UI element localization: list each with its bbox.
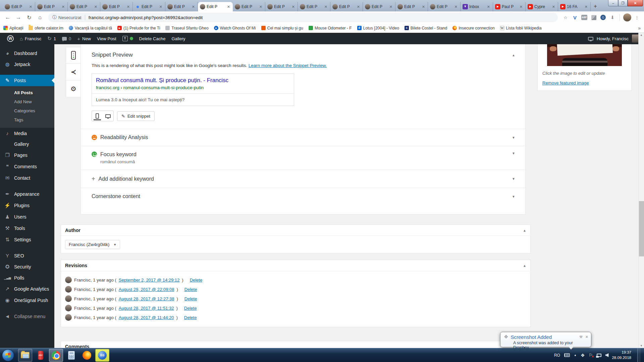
collapse-caret[interactable]: ▲ <box>523 229 526 232</box>
dropbox-tray-icon[interactable]: ❖ <box>581 353 585 358</box>
extension-v-icon[interactable]: V <box>571 14 579 21</box>
tab-close-icon[interactable]: ✕ <box>226 5 231 9</box>
browser-tab[interactable]: Edit P✕ <box>100 2 133 11</box>
info-icon[interactable]: ⓘ <box>52 14 57 20</box>
bookmark-item[interactable]: Traseul Sfantu Gheo <box>165 26 208 31</box>
sidebar-item-plugins[interactable]: ⚡Plugins <box>0 200 54 211</box>
browser-tab[interactable]: Edit P✕ <box>198 2 233 11</box>
sidebar-item-media[interactable]: ♪Media <box>0 128 54 139</box>
bookmark-star-icon[interactable]: ☆ <box>562 14 569 21</box>
browser-tab[interactable]: Edit P✕ <box>68 2 100 11</box>
browser-tab[interactable]: Edit P✕ <box>233 2 265 11</box>
extension-square-icon[interactable] <box>591 15 596 20</box>
bookmark-item[interactable]: WLista fobii Wikipedia <box>500 26 542 31</box>
cornerstone-row[interactable]: Cornerstone content ▼ <box>81 188 525 205</box>
tab-close-icon[interactable]: ✕ <box>486 5 491 9</box>
address-bar[interactable]: ⓘ Nesecurizat francisc.org/wp-admin/post… <box>48 13 558 22</box>
maximize-button[interactable]: ❐ <box>618 0 628 6</box>
sidebar-item-pages[interactable]: ❐Pages <box>0 149 54 161</box>
tab-close-icon[interactable]: ✕ <box>324 5 328 9</box>
url-text[interactable]: francisc.org/wp-admin/post.php?post=3699… <box>89 15 203 20</box>
revision-delete-link[interactable]: Delete <box>184 296 197 301</box>
sidebar-item-gallery[interactable]: Gallery <box>0 139 54 149</box>
yoast-menu[interactable]: Y <box>119 33 136 44</box>
submenu-item-categories[interactable]: Categories <box>0 106 54 115</box>
bookmark-item[interactable]: Vacanță la capătul tă <box>69 26 112 31</box>
show-desktop-button[interactable] <box>637 348 641 362</box>
bookmark-item[interactable]: Mouse Odometer - F <box>309 26 352 31</box>
revision-date-link[interactable]: September 2, 2017 @ 14:29:12 <box>119 278 180 283</box>
desktop-preview-button[interactable] <box>103 111 113 121</box>
start-button[interactable] <box>2 349 14 361</box>
site-name[interactable]: ⌂Francisc <box>17 33 44 44</box>
sidebar-item-posts[interactable]: ✎Posts <box>0 75 54 86</box>
revision-delete-link[interactable]: Delete <box>184 315 197 320</box>
sidebar-item-appearance[interactable]: ✒Appearance <box>0 188 54 200</box>
bookmark-item[interactable]: BBilete Costel - Stand <box>405 26 447 31</box>
tab-close-icon[interactable]: ✕ <box>159 5 163 9</box>
tab-close-icon[interactable]: ✕ <box>519 5 523 9</box>
taskbar-bsplayer[interactable]: BS <box>95 349 109 362</box>
browser-tab[interactable]: Edit P✕ <box>330 2 363 11</box>
remove-featured-image-link[interactable]: Remove featured image <box>542 80 589 85</box>
sidebar-item-google-analytics[interactable]: ↗Google Analytics <box>0 283 54 295</box>
delete-cache-link[interactable]: Delete Cache <box>136 33 169 44</box>
notification-settings-icon[interactable]: ⚒ <box>579 335 583 339</box>
view-post-link[interactable]: View Post <box>94 33 119 44</box>
tab-close-icon[interactable]: ✕ <box>584 5 588 9</box>
submenu-item-add-new[interactable]: Add New <box>0 97 54 106</box>
language-indicator[interactable]: RO <box>554 353 560 358</box>
submenu-item-all-posts[interactable]: All Posts <box>0 88 54 97</box>
tab-close-icon[interactable]: ✕ <box>126 5 130 9</box>
browser-tab[interactable]: Edit P✕ <box>35 2 68 11</box>
taskbar-firefox[interactable] <box>80 349 94 362</box>
browser-tab[interactable]: Edit P✕ <box>428 2 461 11</box>
browser-tab[interactable]: Edit P✕ <box>395 2 428 11</box>
snippet-title[interactable]: Românul consumă mult. Și produce puțin. … <box>96 77 290 84</box>
yoast-social-tab[interactable]: ≺ <box>66 64 81 80</box>
browser-tab[interactable]: Edit P✕ <box>3 2 35 11</box>
revision-delete-link[interactable]: Delete <box>184 306 197 311</box>
tab-close-icon[interactable]: ✕ <box>551 5 556 9</box>
screen-icon[interactable] <box>588 37 593 41</box>
browser-tab[interactable]: Edit P✕ <box>165 2 198 11</box>
bookmark-item[interactable]: Cel mai simplu și gu <box>261 26 303 31</box>
howdy-label[interactable]: Howdy, Francisc <box>597 36 629 41</box>
close-button[interactable]: ✕ <box>628 0 643 6</box>
bookmark-item[interactable]: Aplicații <box>3 26 23 31</box>
bookmark-item[interactable]: oferte calator.im <box>29 26 63 31</box>
reload-icon[interactable]: ↻ <box>25 13 34 22</box>
sidebar-item-onesignal-push[interactable]: ◉OneSignal Push <box>0 295 54 306</box>
profile-avatar[interactable] <box>623 13 631 21</box>
additional-keyword-row[interactable]: + Add additional keyword ▼ <box>81 170 525 188</box>
sidebar-item-polls[interactable]: ▁▃▅Polls <box>0 273 54 283</box>
browser-tab[interactable]: Edit P✕ <box>133 2 165 11</box>
page-scrollbar[interactable]: ▲ ▼ <box>638 33 644 348</box>
mobile-preview-button[interactable] <box>92 111 103 121</box>
yoast-trafficlight-tab[interactable] <box>66 47 81 64</box>
author-select[interactable]: Francisc (Zw4rg0l4k)▼ <box>65 240 120 249</box>
tab-close-icon[interactable]: ✕ <box>356 5 361 9</box>
bookmark-item[interactable]: dLotus [2004] - Video <box>357 26 399 31</box>
adblock-icon[interactable]: ABP <box>581 15 587 20</box>
revision-delete-link[interactable]: Delete <box>184 287 197 292</box>
revision-delete-link[interactable]: Delete <box>190 278 203 283</box>
browser-tab[interactable]: Edit P✕ <box>363 2 395 11</box>
updates-badge[interactable]: ↻1 <box>44 33 59 44</box>
taskbar-explorer[interactable] <box>18 349 32 362</box>
sidebar-item-contact[interactable]: ✉Contact <box>0 172 54 184</box>
collapse-caret[interactable]: ▲ <box>523 264 526 267</box>
dropbox-notification[interactable]: ❖ Screenshot Added ⚒ ✕ A screenshot was … <box>500 332 591 347</box>
tab-close-icon[interactable]: ✕ <box>454 5 458 9</box>
volume-icon[interactable]: ) <box>605 353 608 357</box>
browser-tab[interactable]: ▶16 FA✕ <box>558 2 591 11</box>
tab-close-icon[interactable]: ✕ <box>61 5 65 9</box>
revision-date-link[interactable]: August 28, 2017 @ 11:51:32 <box>119 306 174 311</box>
bookmark-item[interactable]: Insecure connection <box>452 26 494 31</box>
sidebar-item-collapse-menu[interactable]: ◄Collapse menu <box>0 311 54 322</box>
browser-tab[interactable]: Edit P✕ <box>298 2 330 11</box>
featured-image[interactable]: CONSUMER <box>547 44 622 66</box>
bookmark-item[interactable]: ▶(1) Prelude for the Ti <box>117 26 160 31</box>
action-center-flag-icon[interactable]: ⚐✕ <box>589 353 593 358</box>
sidebar-item-jetpack[interactable]: ◍Jetpack <box>0 59 54 70</box>
